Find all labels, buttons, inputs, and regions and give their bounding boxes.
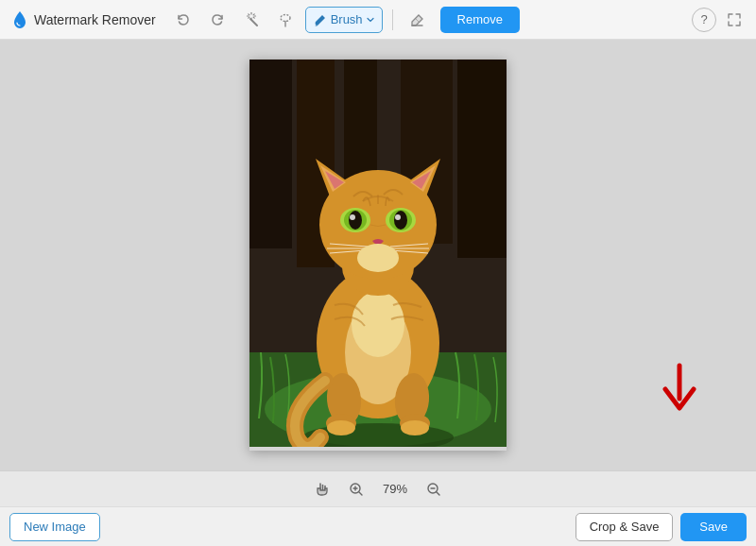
- eraser-button[interactable]: [403, 7, 431, 33]
- hand-tool-button[interactable]: [310, 477, 335, 502]
- save-button[interactable]: Save: [680, 513, 747, 541]
- magic-wand-button[interactable]: [237, 7, 266, 33]
- canvas-area: [0, 40, 756, 470]
- remove-button[interactable]: Remove: [440, 7, 520, 33]
- svg-point-42: [350, 214, 355, 220]
- brush-label: Brush: [331, 12, 363, 26]
- svg-point-41: [349, 211, 362, 230]
- svg-line-7: [253, 17, 254, 18]
- svg-point-45: [394, 211, 407, 230]
- svg-line-60: [437, 492, 439, 495]
- app-logo-area: Watermark Remover: [9, 9, 156, 30]
- svg-rect-14: [249, 60, 292, 248]
- svg-point-9: [281, 14, 290, 21]
- arrow-hint: [656, 361, 703, 421]
- help-button[interactable]: ?: [692, 8, 716, 32]
- expand-button[interactable]: [722, 8, 747, 32]
- zoom-bar: 79%: [0, 470, 756, 506]
- svg-point-29: [327, 420, 355, 435]
- brush-dropdown-icon: [367, 16, 374, 24]
- zoom-in-button[interactable]: [344, 477, 369, 502]
- app-logo-icon: [9, 9, 30, 30]
- undo-button[interactable]: [169, 7, 198, 33]
- svg-line-6: [248, 17, 249, 18]
- zoom-level: 79%: [378, 482, 412, 496]
- toolbar: Watermark Remover: [0, 0, 756, 40]
- bottom-bar: New Image Crop & Save Save: [0, 506, 756, 546]
- svg-point-46: [395, 214, 401, 220]
- svg-line-5: [253, 13, 254, 14]
- new-image-button[interactable]: New Image: [9, 513, 100, 541]
- svg-line-57: [359, 492, 362, 495]
- brush-button[interactable]: Brush: [305, 7, 383, 33]
- redo-button[interactable]: [203, 7, 232, 33]
- image-container: [249, 60, 507, 451]
- svg-rect-17: [457, 60, 507, 258]
- svg-point-24: [352, 291, 404, 357]
- crop-save-button[interactable]: Crop & Save: [576, 513, 674, 541]
- lasso-button[interactable]: [271, 7, 300, 33]
- svg-line-4: [248, 13, 249, 14]
- svg-point-53: [357, 244, 399, 272]
- app-title: Watermark Remover: [34, 12, 156, 27]
- main-image: [249, 60, 507, 447]
- svg-point-30: [401, 420, 429, 435]
- zoom-out-button[interactable]: [421, 477, 446, 502]
- svg-line-8: [250, 19, 257, 26]
- toolbar-divider-1: [392, 9, 393, 30]
